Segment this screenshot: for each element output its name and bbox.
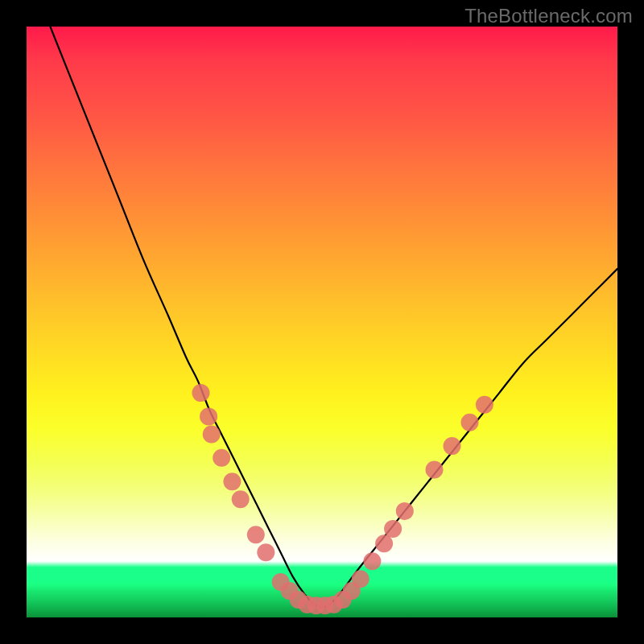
curve-marker — [232, 490, 250, 508]
curve-marker — [375, 535, 393, 552]
curve-marker — [213, 449, 230, 467]
curve-marker — [192, 384, 210, 402]
curve-marker — [384, 520, 402, 538]
chart-frame: TheBottleneck.com — [0, 0, 644, 644]
curve-marker — [223, 473, 241, 490]
curve-marker — [444, 437, 461, 455]
watermark-text: TheBottleneck.com — [464, 5, 633, 27]
curve-marker — [476, 396, 493, 414]
curve-marker — [247, 526, 265, 543]
curve-marker — [203, 426, 221, 444]
curve-marker — [352, 570, 369, 588]
bottleneck-curve — [50, 27, 617, 607]
curve-marker — [461, 414, 479, 431]
curve-marker — [257, 543, 275, 561]
curve-marker — [396, 502, 414, 520]
curve-marker — [426, 461, 444, 479]
curve-marker — [200, 407, 217, 425]
curve-marker — [363, 552, 381, 570]
chart-plot-area — [27, 27, 617, 617]
curve-markers — [192, 384, 493, 614]
chart-svg — [27, 27, 617, 617]
